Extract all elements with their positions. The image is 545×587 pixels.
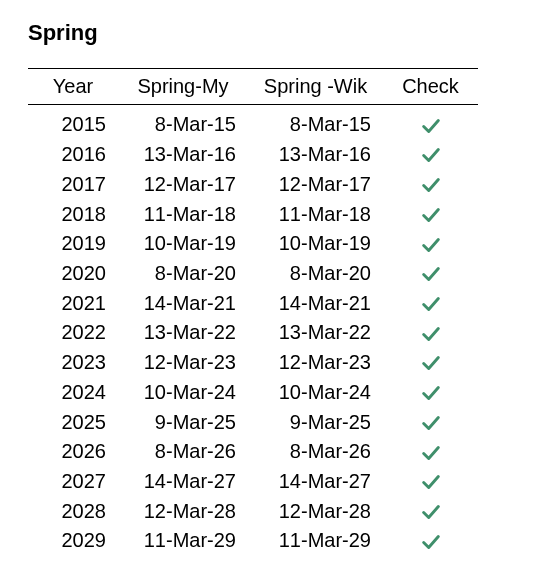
table-row: 202812-Mar-2812-Mar-28 bbox=[28, 496, 478, 526]
cell-check bbox=[383, 377, 478, 407]
cell-spring-my: 8-Mar-26 bbox=[118, 437, 248, 467]
table-row: 201613-Mar-1613-Mar-16 bbox=[28, 140, 478, 170]
cell-check bbox=[383, 229, 478, 259]
cell-check bbox=[383, 140, 478, 170]
page-title: Spring bbox=[28, 20, 517, 46]
table-row: 202213-Mar-2213-Mar-22 bbox=[28, 318, 478, 348]
check-icon bbox=[420, 263, 442, 285]
cell-spring-my: 14-Mar-21 bbox=[118, 288, 248, 318]
cell-spring-my: 8-Mar-20 bbox=[118, 259, 248, 289]
check-icon bbox=[420, 442, 442, 464]
table-row: 20158-Mar-158-Mar-15 bbox=[28, 105, 478, 140]
col-my: Spring-My bbox=[118, 69, 248, 105]
cell-spring-wik: 8-Mar-15 bbox=[248, 105, 383, 140]
col-check: Check bbox=[383, 69, 478, 105]
cell-check bbox=[383, 288, 478, 318]
check-icon bbox=[420, 115, 442, 137]
check-icon bbox=[420, 412, 442, 434]
table-row: 202410-Mar-2410-Mar-24 bbox=[28, 377, 478, 407]
table-row: 202911-Mar-2911-Mar-29 bbox=[28, 526, 478, 556]
check-icon bbox=[420, 144, 442, 166]
check-icon bbox=[420, 531, 442, 553]
check-icon bbox=[420, 501, 442, 523]
cell-check bbox=[383, 467, 478, 497]
cell-spring-wik: 12-Mar-23 bbox=[248, 348, 383, 378]
cell-spring-my: 10-Mar-24 bbox=[118, 377, 248, 407]
cell-spring-wik: 13-Mar-16 bbox=[248, 140, 383, 170]
cell-spring-my: 14-Mar-27 bbox=[118, 467, 248, 497]
cell-spring-wik: 8-Mar-20 bbox=[248, 259, 383, 289]
check-icon bbox=[420, 234, 442, 256]
table-row: 202114-Mar-2114-Mar-21 bbox=[28, 288, 478, 318]
cell-check bbox=[383, 259, 478, 289]
cell-spring-my: 8-Mar-15 bbox=[118, 105, 248, 140]
cell-check bbox=[383, 318, 478, 348]
table-row: 202312-Mar-2312-Mar-23 bbox=[28, 348, 478, 378]
cell-spring-my: 12-Mar-28 bbox=[118, 496, 248, 526]
cell-year: 2021 bbox=[28, 288, 118, 318]
check-icon bbox=[420, 323, 442, 345]
cell-check bbox=[383, 437, 478, 467]
cell-check bbox=[383, 169, 478, 199]
cell-year: 2017 bbox=[28, 169, 118, 199]
table-row: 201811-Mar-1811-Mar-18 bbox=[28, 199, 478, 229]
cell-check bbox=[383, 199, 478, 229]
cell-spring-my: 12-Mar-23 bbox=[118, 348, 248, 378]
table-row: 20268-Mar-268-Mar-26 bbox=[28, 437, 478, 467]
cell-spring-wik: 8-Mar-26 bbox=[248, 437, 383, 467]
cell-check bbox=[383, 105, 478, 140]
cell-check bbox=[383, 526, 478, 556]
check-icon bbox=[420, 382, 442, 404]
cell-year: 2028 bbox=[28, 496, 118, 526]
cell-spring-wik: 14-Mar-27 bbox=[248, 467, 383, 497]
cell-check bbox=[383, 348, 478, 378]
check-icon bbox=[420, 293, 442, 315]
table-row: 20208-Mar-208-Mar-20 bbox=[28, 259, 478, 289]
cell-spring-my: 10-Mar-19 bbox=[118, 229, 248, 259]
cell-spring-wik: 12-Mar-28 bbox=[248, 496, 383, 526]
cell-spring-my: 13-Mar-22 bbox=[118, 318, 248, 348]
cell-spring-my: 13-Mar-16 bbox=[118, 140, 248, 170]
cell-spring-wik: 10-Mar-19 bbox=[248, 229, 383, 259]
check-icon bbox=[420, 174, 442, 196]
cell-check bbox=[383, 496, 478, 526]
cell-spring-wik: 9-Mar-25 bbox=[248, 407, 383, 437]
cell-spring-wik: 11-Mar-18 bbox=[248, 199, 383, 229]
cell-year: 2016 bbox=[28, 140, 118, 170]
table-row: 20259-Mar-259-Mar-25 bbox=[28, 407, 478, 437]
col-wik: Spring -Wik bbox=[248, 69, 383, 105]
cell-year: 2027 bbox=[28, 467, 118, 497]
cell-spring-wik: 10-Mar-24 bbox=[248, 377, 383, 407]
table-row: 202714-Mar-2714-Mar-27 bbox=[28, 467, 478, 497]
cell-spring-my: 12-Mar-17 bbox=[118, 169, 248, 199]
cell-year: 2026 bbox=[28, 437, 118, 467]
check-icon bbox=[420, 471, 442, 493]
check-icon bbox=[420, 204, 442, 226]
cell-year: 2024 bbox=[28, 377, 118, 407]
check-icon bbox=[420, 352, 442, 374]
cell-year: 2023 bbox=[28, 348, 118, 378]
cell-check bbox=[383, 407, 478, 437]
table-row: 201910-Mar-1910-Mar-19 bbox=[28, 229, 478, 259]
cell-year: 2025 bbox=[28, 407, 118, 437]
spring-table: Year Spring-My Spring -Wik Check 20158-M… bbox=[28, 68, 478, 556]
cell-year: 2018 bbox=[28, 199, 118, 229]
col-year: Year bbox=[28, 69, 118, 105]
cell-year: 2015 bbox=[28, 105, 118, 140]
cell-spring-my: 11-Mar-18 bbox=[118, 199, 248, 229]
cell-year: 2022 bbox=[28, 318, 118, 348]
table-row: 201712-Mar-1712-Mar-17 bbox=[28, 169, 478, 199]
cell-year: 2019 bbox=[28, 229, 118, 259]
cell-year: 2029 bbox=[28, 526, 118, 556]
cell-year: 2020 bbox=[28, 259, 118, 289]
cell-spring-my: 11-Mar-29 bbox=[118, 526, 248, 556]
cell-spring-wik: 11-Mar-29 bbox=[248, 526, 383, 556]
cell-spring-wik: 13-Mar-22 bbox=[248, 318, 383, 348]
cell-spring-wik: 14-Mar-21 bbox=[248, 288, 383, 318]
cell-spring-my: 9-Mar-25 bbox=[118, 407, 248, 437]
cell-spring-wik: 12-Mar-17 bbox=[248, 169, 383, 199]
